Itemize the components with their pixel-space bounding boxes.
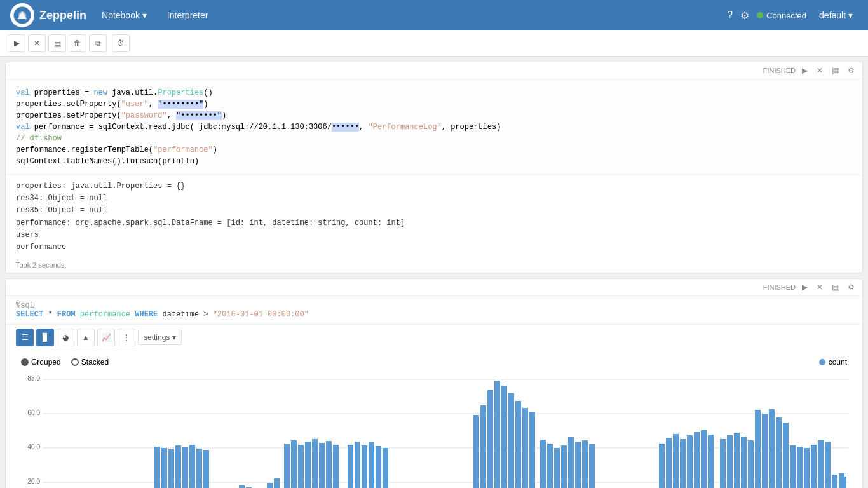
svg-rect-58: [362, 445, 367, 488]
svg-rect-107: [687, 435, 693, 488]
sql-table: performance: [80, 310, 135, 319]
bar-chart-btn[interactable]: ▊: [36, 329, 54, 346]
stacked-option[interactable]: Stacked: [71, 358, 109, 367]
stop-all-button[interactable]: ✕: [28, 34, 46, 52]
chart-legend: count: [819, 358, 847, 367]
clone-button[interactable]: ⧉: [89, 34, 107, 52]
cell1-timing: Took 2 seconds.: [6, 259, 862, 273]
cell1-run-btn[interactable]: ▶: [799, 65, 810, 76]
nav-interpreter[interactable]: Interpreter: [162, 8, 214, 23]
svg-rect-40: [239, 485, 245, 488]
code-line-6: performance.registerTempTable("performan…: [16, 144, 852, 156]
cell1-clear-btn[interactable]: ▤: [829, 65, 841, 76]
svg-rect-79: [501, 386, 507, 488]
svg-rect-118: [762, 414, 768, 488]
connection-status: Connected: [757, 11, 806, 20]
cell2-settings-btn[interactable]: ⚙: [845, 281, 857, 293]
output-line-6: performance: [16, 241, 852, 254]
svg-rect-76: [480, 405, 486, 488]
stacked-label: Stacked: [81, 358, 109, 367]
cell2-toolbar: FINISHED ▶ ✕ ▤ ⚙: [6, 279, 862, 296]
sql-star: *: [48, 310, 57, 319]
svg-rect-128: [832, 475, 837, 488]
sql-code[interactable]: %sql SELECT * FROM performance WHERE dat…: [6, 296, 862, 324]
code-line-5: // df.show: [16, 133, 852, 144]
code-line-4: val performance = sqlContext.read.jdbc( …: [16, 121, 852, 133]
table-view-btn[interactable]: ☰: [16, 329, 34, 346]
svg-rect-121: [783, 423, 789, 488]
svg-point-1: [18, 11, 26, 19]
svg-rect-80: [508, 393, 514, 488]
user-menu[interactable]: default ▾: [814, 8, 858, 23]
svg-rect-75: [473, 415, 479, 488]
bar-chart-svg: 83.0 60.0 40.0 20.0 0.0 2016-01: [16, 372, 853, 488]
cell2-run-btn[interactable]: ▶: [799, 281, 810, 293]
svg-rect-57: [355, 442, 360, 488]
svg-rect-125: [811, 445, 817, 488]
svg-rect-56: [348, 445, 353, 488]
svg-rect-122: [790, 445, 796, 488]
svg-rect-81: [515, 401, 521, 488]
svg-rect-30: [168, 449, 174, 488]
output-line-5: users: [16, 229, 852, 241]
svg-rect-109: [701, 430, 707, 488]
svg-rect-87: [554, 448, 560, 488]
settings-icon[interactable]: ⚙: [740, 10, 749, 22]
schedule-button[interactable]: ⏱: [112, 34, 130, 52]
svg-rect-110: [708, 435, 714, 488]
connected-label: Connected: [766, 11, 806, 20]
cell1-output: properties: java.util.Properties = {} re…: [6, 175, 862, 259]
output-line-3: res35: Object = null: [16, 205, 852, 217]
svg-rect-123: [797, 447, 803, 488]
sql-prefix: %sql: [16, 301, 34, 310]
svg-rect-35: [203, 450, 209, 488]
cell1-stop-btn[interactable]: ✕: [814, 65, 825, 76]
logo: Zeppelin: [10, 3, 86, 27]
logo-icon: [10, 3, 34, 27]
svg-rect-89: [568, 437, 574, 488]
svg-rect-50: [305, 442, 311, 488]
sql-keyword-where: WHERE: [135, 310, 158, 319]
svg-rect-88: [561, 445, 567, 488]
sql-keyword-select: SELECT: [16, 310, 43, 319]
line-chart-btn[interactable]: 📈: [97, 329, 115, 346]
svg-rect-34: [196, 449, 202, 488]
grouped-option[interactable]: Grouped: [21, 358, 61, 367]
area-chart-btn[interactable]: ▲: [77, 329, 95, 346]
svg-text:40.0: 40.0: [28, 444, 41, 451]
help-icon[interactable]: ?: [727, 10, 733, 21]
header-left: Zeppelin Notebook ▾ Interpreter: [10, 3, 213, 27]
toggle-code-button[interactable]: ▤: [48, 34, 66, 52]
cell1-settings-btn[interactable]: ⚙: [845, 65, 857, 76]
legend-label: count: [829, 358, 847, 367]
svg-rect-90: [575, 442, 581, 488]
svg-rect-77: [487, 390, 493, 488]
chart-settings-btn[interactable]: settings ▾: [138, 330, 182, 345]
run-all-button[interactable]: ▶: [8, 34, 25, 52]
scatter-chart-btn[interactable]: ⋮: [118, 329, 135, 346]
output-line-1: properties: java.util.Properties = {}: [16, 180, 852, 193]
sql-keyword-from: FROM: [57, 310, 76, 319]
svg-rect-106: [680, 439, 686, 488]
svg-rect-33: [189, 445, 195, 488]
svg-rect-85: [540, 440, 546, 488]
cell2-clear-btn[interactable]: ▤: [829, 281, 841, 293]
clear-output-button[interactable]: 🗑: [69, 34, 86, 52]
svg-rect-116: [748, 440, 754, 488]
sql-date-value: "2016-01-01 00:00:00": [213, 310, 309, 319]
stacked-radio: [71, 358, 79, 366]
grouped-label: Grouped: [31, 358, 61, 367]
cell2-stop-btn[interactable]: ✕: [814, 281, 825, 293]
legend-dot: [819, 359, 825, 365]
logo-text: Zeppelin: [39, 9, 86, 22]
svg-rect-51: [312, 439, 318, 488]
nav-notebook[interactable]: Notebook ▾: [97, 8, 152, 23]
cell1-code[interactable]: val properties = new java.util.Propertie…: [6, 79, 862, 175]
svg-rect-31: [175, 445, 181, 488]
svg-rect-105: [673, 434, 679, 488]
svg-rect-44: [267, 483, 273, 488]
svg-rect-115: [741, 437, 747, 488]
svg-rect-47: [284, 444, 290, 488]
pie-chart-btn[interactable]: ◕: [57, 329, 74, 346]
svg-rect-91: [582, 440, 588, 488]
